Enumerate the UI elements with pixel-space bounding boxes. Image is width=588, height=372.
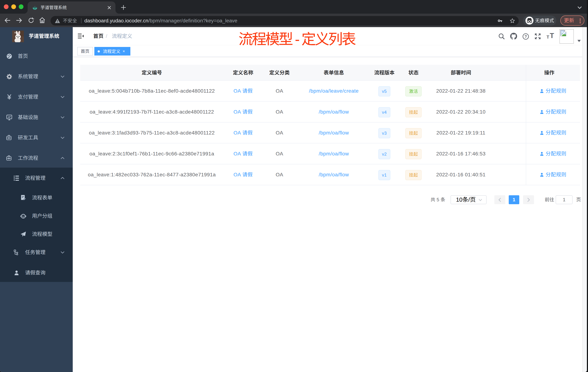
svg-text:?: ? [525,34,527,39]
